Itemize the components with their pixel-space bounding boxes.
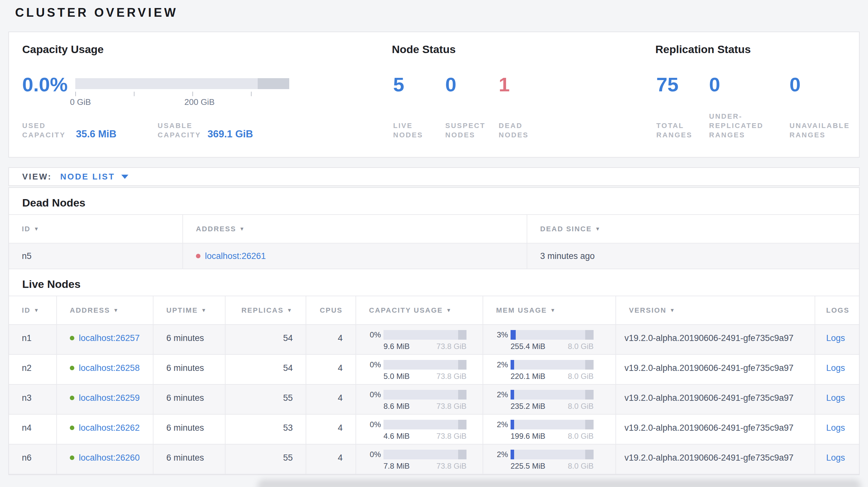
uptime-cell: 6 minutes — [153, 325, 225, 354]
column-header[interactable]: DEAD SINCE▼ — [527, 215, 859, 243]
view-label: VIEW: — [22, 172, 52, 182]
dead-nodes-table-header: ID▼ADDRESS▼DEAD SINCE▼ — [9, 214, 859, 244]
replicas-cell: 53 — [225, 415, 306, 444]
address-cell: localhost:26257 — [56, 325, 153, 354]
node-id-cell: n2 — [9, 355, 56, 384]
total-ranges-count: 75 — [656, 73, 679, 96]
capacity-bar-reserved-segment — [258, 78, 289, 89]
usage-percent: 2% — [490, 390, 508, 399]
usage-bar-reserved-segment — [458, 360, 466, 369]
logs-link[interactable]: Logs — [826, 333, 845, 343]
node-status-dot-icon — [70, 396, 74, 400]
usage-bar — [383, 420, 466, 429]
view-dropdown[interactable]: NODE LIST — [60, 172, 115, 182]
column-header[interactable]: MEM USAGE▼ — [483, 296, 615, 324]
logs-link[interactable]: Logs — [826, 393, 845, 403]
node-id-cell: n1 — [9, 325, 56, 354]
table-row: n6localhost:262606 minutes5540%7.8 MiB73… — [9, 445, 859, 475]
replicas-cell: 54 — [225, 355, 306, 384]
usage-total-value: 73.8 GiB — [437, 462, 466, 470]
usage-bar — [383, 360, 466, 369]
address-link[interactable]: localhost:26259 — [79, 393, 140, 403]
usage-bar — [383, 390, 466, 399]
column-header[interactable]: ID▼ — [9, 296, 56, 324]
column-header: LOGS — [815, 296, 859, 324]
usage-used-value: 220.1 MiB — [510, 372, 545, 381]
usage-used-value: 7.8 MiB — [383, 462, 409, 470]
usage-bar — [510, 330, 594, 340]
axis-tick-label: 200 GiB — [184, 97, 215, 107]
dead-nodes-count: 1 — [499, 73, 509, 96]
sort-desc-icon: ▼ — [113, 307, 119, 313]
usage-bar — [510, 420, 594, 429]
sort-desc-icon: ▼ — [446, 307, 452, 313]
sort-desc-icon: ▼ — [34, 307, 39, 313]
usage-percent: 0% — [363, 330, 381, 339]
axis-tick — [134, 92, 134, 96]
logs-link[interactable]: Logs — [826, 363, 845, 373]
column-header[interactable]: ID▼ — [9, 215, 182, 243]
cpus-cell: 4 — [306, 445, 355, 474]
usage-bar — [383, 450, 466, 459]
version-cell: v19.2.0-alpha.20190606-2491-gfe735c9a97 — [615, 385, 815, 414]
axis-tick — [251, 92, 252, 96]
usage-percent: 0% — [363, 360, 381, 369]
usage-bar-reserved-segment — [585, 360, 594, 369]
address-link[interactable]: localhost:26258 — [79, 363, 140, 373]
usage-percent: 0% — [363, 420, 381, 429]
usage-used-value: 5.0 MiB — [383, 372, 409, 381]
cpus-cell: 4 — [306, 415, 355, 444]
dead-since-cell: 3 minutes ago — [527, 244, 859, 268]
axis-tick-label: 0 GiB — [70, 97, 91, 107]
mem-usage-cell: 2%225.5 MiB8.0 GiB — [483, 445, 615, 474]
dead-nodes-section-title: Dead Nodes — [22, 196, 859, 209]
address-link[interactable]: localhost:26257 — [79, 333, 140, 343]
column-header[interactable]: VERSION▼ — [615, 296, 815, 324]
column-header[interactable]: CAPACITY USAGE▼ — [355, 296, 483, 324]
logs-link[interactable]: Logs — [826, 423, 845, 433]
usage-bar-reserved-segment — [585, 420, 594, 429]
sort-desc-icon: ▼ — [595, 226, 601, 232]
address-link[interactable]: localhost:26262 — [79, 423, 140, 433]
usage-used-value: 9.6 MiB — [383, 342, 409, 351]
usage-bar-reserved-segment — [585, 390, 594, 399]
column-header[interactable]: ADDRESS▼ — [56, 296, 153, 324]
uptime-cell: 6 minutes — [153, 385, 225, 414]
usage-total-value: 73.8 GiB — [437, 432, 466, 441]
node-id-cell: n6 — [9, 445, 56, 474]
logs-link[interactable]: Logs — [826, 453, 845, 463]
mem-usage-cell: 2%235.2 MiB8.0 GiB — [483, 385, 615, 414]
under-replicated-ranges-count: 0 — [709, 73, 720, 96]
address-link[interactable]: localhost:26260 — [79, 453, 140, 463]
sort-desc-icon: ▼ — [239, 226, 245, 232]
node-status-dot-icon — [70, 366, 74, 370]
live-nodes-count: 5 — [393, 73, 404, 96]
column-header[interactable]: REPLICAS▼ — [225, 296, 306, 324]
address-cell: localhost:26261 — [182, 244, 527, 268]
cluster-overview-page: CLUSTER OVERVIEW Capacity Usage 0.0% 0 G… — [0, 0, 868, 487]
version-cell: v19.2.0-alpha.20190606-2491-gfe735c9a97 — [615, 355, 815, 384]
usage-percent: 2% — [490, 360, 508, 369]
node-id-cell: n4 — [9, 415, 56, 444]
unavailable-ranges-count: 0 — [789, 73, 800, 96]
usage-total-value: 73.8 GiB — [437, 372, 466, 381]
column-header[interactable]: UPTIME▼ — [153, 296, 225, 324]
usage-total-value: 8.0 GiB — [568, 432, 594, 441]
used-capacity-stat: USED CAPACITY 35.6 MiB — [22, 121, 117, 140]
live-nodes-label: LIVE NODES — [393, 121, 423, 140]
address-cell: localhost:26262 — [56, 415, 153, 444]
address-link[interactable]: localhost:26261 — [205, 251, 266, 261]
address-cell: localhost:26259 — [56, 385, 153, 414]
usage-used-value: 4.6 MiB — [383, 432, 409, 441]
column-header[interactable]: ADDRESS▼ — [182, 215, 527, 243]
chevron-down-icon[interactable] — [121, 175, 128, 179]
version-cell: v19.2.0-alpha.20190606-2491-gfe735c9a97 — [615, 445, 815, 474]
live-nodes-table-header: ID▼ADDRESS▼UPTIME▼REPLICAS▼CPUSCAPACITY … — [9, 296, 859, 325]
usage-total-value: 8.0 GiB — [568, 342, 594, 351]
usage-bar-fill — [510, 450, 514, 459]
usage-used-value: 235.2 MiB — [510, 402, 545, 411]
usage-percent: 3% — [490, 330, 508, 339]
sort-desc-icon: ▼ — [287, 307, 293, 313]
usage-percent: 2% — [490, 450, 508, 459]
usable-capacity-stat: USABLE CAPACITY 369.1 GiB — [158, 121, 253, 140]
